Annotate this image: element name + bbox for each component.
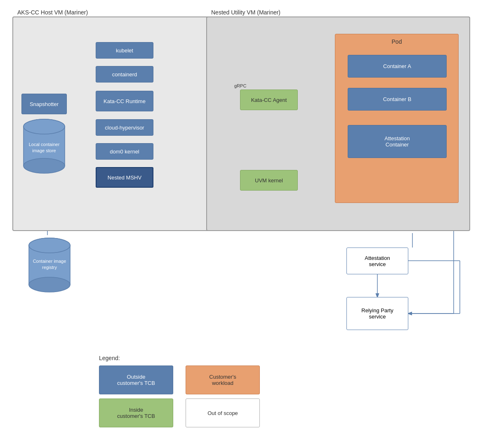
uvm-kernel-label: UVM kernel [255,177,283,184]
legend-customer-workload: Customer'sworkload [186,365,260,394]
dom0-kernel-box: dom0 kernel [96,143,153,160]
nested-vm-label: Nested Utility VM (Mariner) [211,9,280,16]
cloud-hypervisor-box: cloud-hypervisor [96,119,153,136]
container-b-label: Container B [383,96,412,102]
svg-point-24 [24,119,65,134]
legend: Legend: Outsidecustomer's TCB Customer's… [99,355,268,427]
snapshotter-label: Snapshotter [30,101,59,107]
svg-text:registry: registry [42,265,57,270]
nested-mshv-label: Nested MSHV [108,174,141,181]
kata-cc-agent-label: Kata-CC Agent [251,97,287,103]
cloud-hypervisor-label: cloud-hypervisor [105,125,144,131]
pod-label: Pod [335,38,458,45]
relying-party-service-box: Relying Party service [346,297,408,330]
aks-host-vm-box: AKS-CC Host VM (Mariner) Snapshotter Loc… [12,17,210,231]
svg-point-30 [29,238,70,253]
relying-party-service-label: Relying Party service [361,307,393,320]
attestation-container-box: Attestation Container [348,125,447,158]
container-a-label: Container A [383,63,411,69]
legend-outside-tcb-label: Outsidecustomer's TCB [117,374,155,386]
container-image-registry: Container image registry [27,235,68,289]
pod-box: Pod Container A Container B Attestation … [335,34,459,203]
kubelet-label: kubelet [116,47,133,54]
grpc-label: gRPC [234,83,246,88]
kubelet-box: kubelet [96,42,153,59]
svg-text:image store: image store [32,148,56,153]
uvm-kernel-box: UVM kernel [240,170,298,191]
svg-text:Container image: Container image [33,259,66,264]
legend-title: Legend: [99,355,268,361]
legend-out-of-scope: Out of scope [186,398,260,427]
kata-cc-runtime-label: Kata-CC Runtime [104,98,146,104]
aks-host-vm-label: AKS-CC Host VM (Mariner) [17,9,88,16]
dom0-kernel-label: dom0 kernel [110,149,139,155]
legend-inside-tcb-label: Insidecustomer's TCB [117,407,155,419]
container-a-box: Container A [348,55,447,78]
nested-mshv-box: Nested MSHV [96,167,153,188]
containerd-box: containerd [96,66,153,83]
legend-customer-workload-label: Customer'sworkload [209,374,236,386]
svg-point-23 [24,158,65,173]
svg-text:Local container: Local container [29,142,60,147]
kata-cc-agent-box: Kata-CC Agent [240,90,298,110]
attestation-service-box: Attestation service [346,248,408,274]
svg-point-29 [29,277,70,292]
legend-grid: Outsidecustomer's TCB Customer'sworkload… [99,365,268,427]
legend-inside-tcb: Insidecustomer's TCB [99,398,173,427]
attestation-container-label: Attestation Container [384,135,410,148]
legend-outside-tcb: Outsidecustomer's TCB [99,365,173,394]
containerd-label: containerd [112,71,137,78]
kata-cc-runtime-box: Kata-CC Runtime [96,91,153,111]
snapshotter-box: Snapshotter [21,94,67,114]
diagram-container: AKS-CC Host VM (Mariner) Snapshotter Loc… [4,4,474,444]
attestation-service-label: Attestation service [365,255,390,267]
container-b-box: Container B [348,88,447,111]
local-image-store: Local container image store [21,116,67,174]
nested-utility-vm-box: Nested Utility VM (Mariner) Kata-CC Agen… [206,17,470,231]
legend-out-of-scope-label: Out of scope [207,410,238,416]
